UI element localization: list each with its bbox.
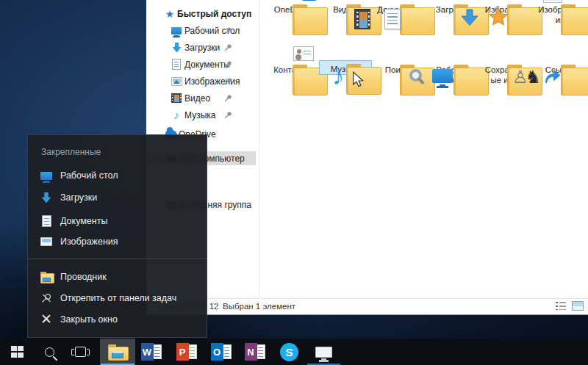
taskbar-powerpoint-button[interactable]: P [169,339,204,365]
taskbar-search-button[interactable] [32,339,67,365]
links-arrow-icon [542,66,562,85]
pin-icon [224,43,232,51]
thumbnail-view-button[interactable] [572,301,584,311]
pin-icon [224,26,232,35]
sidebar-item-quick-access[interactable]: ★ Быстрый доступ [146,6,257,21]
desktop-monitor-icon [432,69,453,83]
taskbar-outlook-button[interactable]: O [204,339,238,365]
explorer-folder-icon [40,270,53,283]
details-view-button[interactable] [556,301,566,311]
saved-games-chess-icon: ♙♞ [512,66,541,88]
folder-tile-links[interactable]: Ссылки [534,62,586,75]
powerpoint-icon: P [176,343,197,361]
pictures-icon [171,76,182,87]
mouse-cursor [351,71,365,87]
jumplist-section-header: Закрепленные [41,147,101,157]
pictures-icon [40,235,53,248]
pictures-photo-icon [543,0,562,3]
favorites-star-icon [489,7,508,26]
folder-tile-onedrive[interactable]: OneDrive [266,1,318,15]
music-icon: ♪ [171,109,182,121]
quick-access-star-icon: ★ [164,8,176,20]
screen: { "explorer": { "sidebar": { "quick_acce… [0,0,588,365]
sidebar-item-video[interactable]: Видео [146,90,257,106]
taskbar-word-button[interactable]: W [134,339,168,365]
jumplist-item-unpin[interactable]: Открепить от панели задач [28,287,207,309]
video-icon [171,93,182,104]
pane-divider [259,0,259,298]
explorer-jumplist: Закрепленные Рабочий стол Загрузки Докум… [27,134,207,338]
music-note-icon: ♪ [332,64,344,89]
folder-tile-favorites[interactable]: Избранное [481,1,532,15]
jumplist-item-pictures[interactable]: Изображения [28,231,207,253]
explorer-window: ★ Быстрый доступ Рабочий стол Загрузки Д… [146,0,588,315]
folder-tile-contacts[interactable]: Контакты [266,62,318,75]
task-view-icon [75,347,86,357]
file-explorer-icon [108,344,127,359]
downloads-icon [40,191,53,204]
start-button[interactable] [0,339,35,365]
task-view-button[interactable] [63,339,98,365]
pin-icon [224,60,232,68]
onedrive-cloud-icon [298,0,320,1]
jumplist-item-explorer[interactable]: Проводник [28,266,207,288]
search-magnifier-icon [409,69,422,82]
folder-tile-saved-games[interactable]: ♙♞ Сохраненные игры [481,62,532,85]
outlook-icon: O [211,343,232,361]
folder-tile-pictures[interactable]: Изображения [534,1,586,25]
windows-logo-icon [11,346,24,358]
status-bar: Элементов: 12 Выбран 1 элемент [146,298,588,314]
jumplist-item-close-window[interactable]: ✕ Закрыть окно [28,308,207,330]
folder-tile-video[interactable]: Видео [320,1,371,15]
sidebar-item-documents[interactable]: Документы [146,57,257,72]
taskbar-skype-button[interactable]: S [272,339,306,365]
pin-icon [224,94,232,102]
pin-icon [224,111,232,119]
documents-icon [40,214,53,228]
taskbar-file-explorer-button[interactable] [100,339,135,365]
documents-icon [171,59,182,71]
downloads-icon [171,42,182,54]
jumplist-separator [28,259,207,259]
contacts-card-icon [293,46,314,61]
folder-tile-downloads[interactable]: Загрузки [427,1,478,15]
taskbar-onenote-button[interactable]: N [237,339,272,365]
onenote-icon: N [245,343,265,361]
pin-icon [224,77,232,85]
sidebar-item-downloads[interactable]: Загрузки [146,40,257,55]
desktop-icon [40,169,53,182]
folder-tile-desktop[interactable]: Рабочий стол [427,62,478,85]
sidebar-item-desktop[interactable]: Рабочий стол [146,23,257,38]
monitor-app-icon [315,347,332,358]
taskbar: W P O N S [0,339,588,365]
close-icon: ✕ [40,313,53,326]
status-divider [216,302,217,311]
sidebar-item-pictures[interactable]: Изображения [146,73,257,89]
sidebar-item-music[interactable]: ♪ Музыка [146,107,257,123]
jumplist-item-downloads[interactable]: Загрузки [28,187,207,209]
desktop-icon [171,25,182,37]
skype-icon: S [280,343,298,361]
taskbar-screen-app-button[interactable] [306,339,341,365]
document-page-icon [384,9,401,29]
unpin-icon [40,292,53,305]
selection-count: Выбран 1 элемент [223,302,295,311]
search-icon [45,347,54,357]
jumplist-item-desktop[interactable]: Рабочий стол [28,165,207,187]
folder-tile-searches[interactable]: Поиски [373,62,425,75]
folder-tile-documents[interactable]: Документы [373,1,425,15]
word-icon: W [141,343,162,361]
video-film-icon [354,9,370,29]
jumplist-item-documents[interactable]: Документы [28,210,207,232]
download-arrow-icon [460,9,479,26]
